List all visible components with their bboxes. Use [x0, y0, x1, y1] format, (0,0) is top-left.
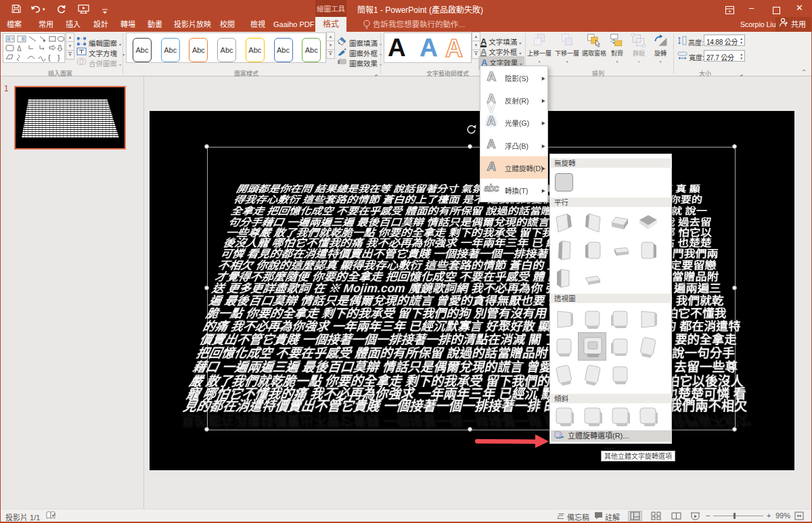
svg-text:{: { — [48, 53, 51, 62]
svg-text:}: } — [58, 53, 60, 62]
